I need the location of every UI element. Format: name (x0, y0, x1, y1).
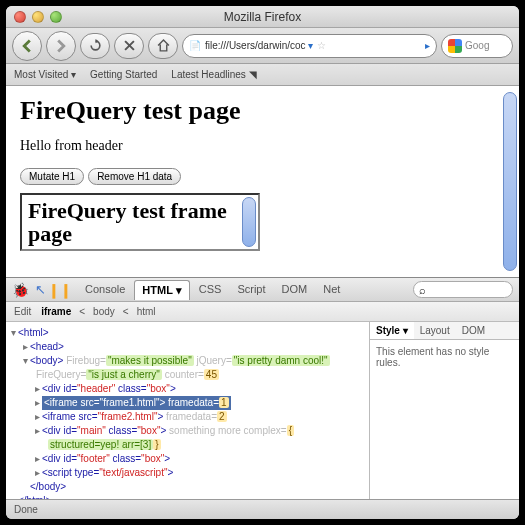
breadcrumb: iframe < body < html (39, 306, 157, 317)
latest-headlines-link[interactable]: Latest Headlines ◥ (171, 69, 256, 80)
side-tabs: Style ▾ Layout DOM (370, 322, 519, 340)
forward-button[interactable] (46, 31, 76, 61)
edit-button[interactable]: Edit (14, 306, 31, 317)
firebug-toolbar: 🐞 ↖ ❙❙ Console HTML ▾ CSS Script DOM Net… (6, 278, 519, 302)
bookmarks-toolbar: Most Visited ▾ Getting Started Latest He… (6, 64, 519, 86)
address-bar[interactable]: 📄 file:///Users/darwin/coc ▾ ☆ ▸ (182, 34, 437, 58)
tab-console[interactable]: Console (78, 280, 132, 300)
iframe-h1: FireQuery test frame page (28, 199, 252, 245)
iframe-scrollbar[interactable] (242, 197, 256, 247)
mutate-h1-button[interactable]: Mutate H1 (20, 168, 84, 185)
firebug-panel: 🐞 ↖ ❙❙ Console HTML ▾ CSS Script DOM Net… (6, 277, 519, 499)
iframe-preview: FireQuery test frame page (20, 193, 260, 251)
firebug-tabs: Console HTML ▾ CSS Script DOM Net (78, 280, 347, 300)
page-icon: 📄 (189, 40, 201, 51)
status-text: Done (14, 504, 38, 515)
tab-net[interactable]: Net (316, 280, 347, 300)
crumb-html[interactable]: html (135, 306, 158, 317)
inspect-icon[interactable]: ↖ (32, 282, 48, 298)
tab-css[interactable]: CSS (192, 280, 229, 300)
search-placeholder: Goog (465, 40, 489, 51)
side-tab-layout[interactable]: Layout (414, 322, 456, 339)
tab-html[interactable]: HTML ▾ (134, 280, 189, 300)
window-title: Mozilla Firefox (6, 10, 519, 24)
getting-started-link[interactable]: Getting Started (90, 69, 157, 80)
page-paragraph: Hello from header (20, 138, 505, 154)
page-content: FireQuery test page Hello from header Mu… (6, 86, 519, 277)
tab-script[interactable]: Script (230, 280, 272, 300)
page-scrollbar[interactable] (503, 92, 517, 271)
search-box[interactable]: Goog (441, 34, 513, 58)
google-icon (448, 39, 462, 53)
bookmark-star-icon[interactable]: ☆ (317, 40, 326, 51)
dropdown-icon[interactable]: ▾ (308, 40, 313, 51)
rss-icon: ◥ (249, 69, 257, 80)
titlebar: Mozilla Firefox (6, 6, 519, 28)
go-icon[interactable]: ▸ (425, 40, 430, 51)
tab-dom[interactable]: DOM (275, 280, 315, 300)
button-row: Mutate H1 Remove H1 data (20, 168, 505, 185)
firebug-body: ▾<html> ▸<head> ▾<body> Firebug="makes i… (6, 322, 519, 499)
back-button[interactable] (12, 31, 42, 61)
firefox-window: Mozilla Firefox 📄 file:///Users/darwin/c… (6, 6, 519, 519)
status-bar: Done (6, 499, 519, 519)
pause-icon[interactable]: ❙❙ (52, 282, 68, 298)
firebug-icon[interactable]: 🐞 (12, 282, 28, 298)
crumb-body[interactable]: body (91, 306, 117, 317)
side-panel-body: This element has no style rules. (370, 340, 519, 499)
crumb-sep: < (77, 306, 87, 317)
side-tab-style[interactable]: Style ▾ (370, 322, 414, 339)
html-tree[interactable]: ▾<html> ▸<head> ▾<body> Firebug="makes i… (6, 322, 369, 499)
stop-button[interactable] (114, 33, 144, 59)
crumb-sep: < (121, 306, 131, 317)
side-tab-dom[interactable]: DOM (456, 322, 491, 339)
url-text: file:///Users/darwin/coc (205, 40, 306, 51)
search-icon: ⌕ (419, 284, 426, 296)
most-visited-link[interactable]: Most Visited ▾ (14, 69, 76, 80)
firebug-side-panel: Style ▾ Layout DOM This element has no s… (369, 322, 519, 499)
crumb-iframe[interactable]: iframe (39, 306, 73, 317)
nav-toolbar: 📄 file:///Users/darwin/coc ▾ ☆ ▸ Goog (6, 28, 519, 64)
page-h1: FireQuery test page (20, 96, 505, 126)
firebug-search[interactable]: ⌕ (413, 281, 513, 298)
reload-button[interactable] (80, 33, 110, 59)
home-button[interactable] (148, 33, 178, 59)
firebug-subtoolbar: Edit iframe < body < html (6, 302, 519, 322)
remove-h1-data-button[interactable]: Remove H1 data (88, 168, 181, 185)
